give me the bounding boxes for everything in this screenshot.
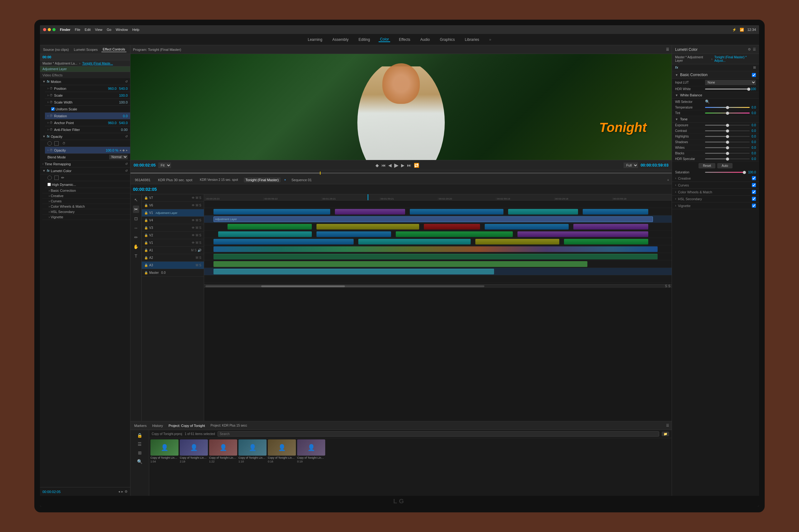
high-dynamic-label[interactable]: High Dynamic... <box>48 183 76 187</box>
tab-project[interactable]: Project: Copy of Tonight <box>167 423 206 428</box>
tl-timecode[interactable]: 00:00:02:05 <box>133 187 157 192</box>
lock-icon-v1adj[interactable]: 🔒 <box>144 211 148 214</box>
project-menu[interactable]: ☰ <box>666 423 669 428</box>
clip-v2-1[interactable] <box>214 239 353 245</box>
clip-label[interactable]: Tonight (Final Maste... <box>82 62 113 65</box>
clip-adjustment[interactable]: Adjustment Layer <box>214 216 653 222</box>
hdr-white-slider[interactable] <box>705 89 749 90</box>
blacks-slider[interactable] <box>705 153 750 154</box>
white-balance-header[interactable]: ▼ White Balance <box>672 92 759 98</box>
sub-basic-correction[interactable]: › Basic Correction <box>42 188 130 193</box>
project-thumb-0[interactable]: 👤 Copy of Tonight Linked... 1:04 <box>150 439 179 463</box>
ripple-tool[interactable]: ⊡ <box>133 215 139 222</box>
tl-tab-4[interactable]: Sequence 01 <box>290 177 314 183</box>
creative-enabled[interactable] <box>752 176 756 180</box>
tone-header[interactable]: ▼ Tone <box>672 116 759 122</box>
project-search[interactable] <box>218 431 659 437</box>
eyedropper-icon[interactable]: 🔍 <box>705 99 710 104</box>
track-row-a1[interactable] <box>204 253 672 260</box>
step-forward-btn[interactable]: ⏭ <box>407 163 411 168</box>
clip-v6-4[interactable] <box>508 209 578 214</box>
v4-solo[interactable]: S <box>199 218 201 222</box>
input-lut-select[interactable]: None <box>705 80 756 85</box>
keyframe-prev[interactable]: ◂ <box>120 148 121 152</box>
position-x[interactable]: 960.0 <box>108 87 117 91</box>
highlights-slider[interactable] <box>705 136 750 137</box>
scroll-track[interactable] <box>205 285 485 287</box>
zoom-in[interactable]: S <box>668 284 670 288</box>
a1-mute[interactable]: M <box>191 249 194 252</box>
af-chevron[interactable]: › <box>48 128 48 131</box>
scale-value[interactable]: 100.0 <box>119 94 128 97</box>
uniform-scale-checkbox[interactable] <box>51 107 55 111</box>
grid-view-btn[interactable]: ⊞ <box>137 449 143 456</box>
anchor-y[interactable]: 540.0 <box>119 121 128 125</box>
position-y[interactable]: 540.0 <box>119 87 128 91</box>
creative-section[interactable]: › Creative <box>672 175 759 182</box>
a2-mute[interactable]: M <box>196 256 198 260</box>
cw-enabled[interactable] <box>752 190 756 194</box>
hdr-spec-thumb[interactable] <box>726 157 729 160</box>
track-row-v7[interactable] <box>204 201 672 208</box>
ap-stopwatch[interactable]: ⏱ <box>50 121 53 125</box>
sw-value[interactable]: 100.0 <box>119 100 128 104</box>
v6-mute[interactable]: M <box>196 204 198 207</box>
timeline-tracks[interactable]: 00:00:29:23 00:00:59:22 00:01:29:21 00:0… <box>204 194 672 421</box>
v7-mute[interactable]: M <box>196 196 198 200</box>
v2-solo[interactable]: S <box>199 233 201 237</box>
tl-tab-2[interactable]: KDR Version 2 15 sec. spot <box>198 177 240 182</box>
color-wheels-section[interactable]: › Color Wheels & Match <box>672 189 759 195</box>
vignette-section[interactable]: › Vignette <box>672 203 759 209</box>
rp-expand-icon[interactable]: ⊞ <box>753 65 756 70</box>
step-back-btn[interactable]: ⏮ <box>381 163 386 168</box>
zoom-out[interactable]: S <box>665 284 667 288</box>
high-dynamic-checkbox[interactable] <box>48 183 51 186</box>
project-thumb-2[interactable]: 👤 Copy of Tonight Linked... 1:22 <box>209 439 237 463</box>
tl-more[interactable]: + <box>667 178 669 182</box>
add-keyframe[interactable]: ◆ <box>122 148 125 152</box>
project-thumb-5[interactable]: 👤 Copy of Tonight Linked... 0:19 <box>297 439 325 463</box>
track-row-v1[interactable] <box>204 245 672 253</box>
v2-mute[interactable]: M <box>196 233 198 237</box>
curves-section[interactable]: › Curves <box>672 182 759 189</box>
tl-tab-1[interactable]: KDR Plus 30 sec. spot <box>156 177 194 183</box>
opv-value[interactable]: 100.0 % <box>106 148 118 152</box>
panel-nav-prev[interactable]: ◂ <box>118 490 120 494</box>
timeline-scrollbar[interactable]: S S <box>204 284 672 288</box>
hsl-enabled[interactable] <box>752 197 756 201</box>
lock-icon-v4[interactable]: 🔒 <box>144 218 148 222</box>
temp-slider[interactable] <box>705 107 750 108</box>
a1-volume[interactable]: 🔊 <box>198 249 201 252</box>
hdr-spec-slider[interactable] <box>705 158 750 159</box>
clip-a1[interactable] <box>214 254 658 260</box>
square-mask-icon[interactable] <box>54 141 59 146</box>
prev-frame-btn[interactable]: ◀ <box>388 163 392 168</box>
exposure-slider[interactable] <box>705 125 750 126</box>
auto-btn[interactable]: Auto <box>717 163 732 168</box>
temp-thumb[interactable] <box>726 106 729 109</box>
opacity-reset[interactable]: ↺ <box>125 135 128 138</box>
a3-solo[interactable]: S <box>199 264 201 267</box>
a3-mute[interactable]: M <box>196 264 198 267</box>
af-stopwatch[interactable]: ⏱ <box>50 128 53 131</box>
clip-a2[interactable] <box>214 261 587 267</box>
clip-v2-4[interactable] <box>564 239 648 245</box>
vig-enabled[interactable] <box>752 204 756 208</box>
menu-help[interactable]: Help <box>132 28 140 32</box>
track-row-a2[interactable] <box>204 260 672 268</box>
whites-thumb[interactable] <box>726 146 729 149</box>
clip-v4-3[interactable] <box>424 224 480 229</box>
v2-eye[interactable]: 👁 <box>192 233 195 237</box>
lock-icon-a3[interactable]: 🔒 <box>144 264 148 267</box>
track-row-v1adj[interactable]: Adjustment Layer <box>204 215 672 223</box>
type-tool[interactable]: T <box>133 252 139 260</box>
motion-reset[interactable]: ↺ <box>125 80 128 83</box>
tab-kdr[interactable]: Project: KDR Plus 15 secc <box>210 423 249 428</box>
sw-stopwatch[interactable]: ⏱ <box>50 100 53 104</box>
lock-icon-v2[interactable]: 🔒 <box>144 233 148 237</box>
v6-solo[interactable]: S <box>199 204 201 207</box>
sub-hsl-secondary[interactable]: › HSL Secondary <box>42 209 130 214</box>
tr-chevron[interactable]: › <box>42 162 43 166</box>
panel-nav-next[interactable]: ▸ <box>122 490 123 494</box>
rotation-value[interactable]: 0.0 <box>123 114 128 118</box>
